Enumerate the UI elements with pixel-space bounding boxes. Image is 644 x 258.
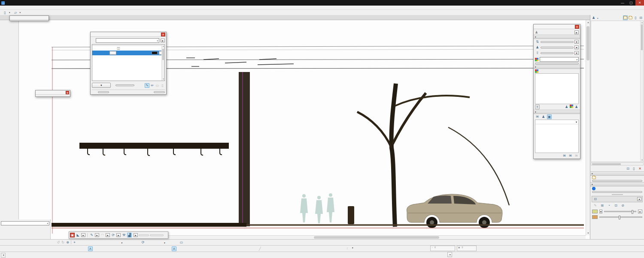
my-workspace-button[interactable] [535,63,579,64]
properties-header[interactable]: ▾ [590,171,644,176]
drawing-scale[interactable] [194,240,196,245]
marquee-pick-icon[interactable]: ▭ [155,83,160,88]
when-column[interactable]: ▾ [576,120,577,123]
zoom-undo-icon[interactable]: ↺ [56,240,61,245]
reference-more[interactable]: ▸ [638,210,642,213]
send-receive-button[interactable] [541,41,574,43]
pen-operator-select[interactable]: = ▾ [109,51,116,55]
trace-off-icon[interactable]: ⊘ [620,203,625,208]
area-di-lavoro-header[interactable]: ▾ [534,35,580,39]
criteria-set-more-button[interactable]: ▸ [161,39,165,42]
release-all-button[interactable] [541,52,574,54]
reserve-nav-button[interactable] [592,191,642,193]
marquee-pick-alt-icon[interactable]: ▯ [160,83,165,88]
maximize-button[interactable]: ▢ [627,0,635,6]
rotation-angle[interactable]: ▸ [163,240,167,245]
active-opacity-slider[interactable] [599,216,642,218]
select-plus-button[interactable] [154,91,165,93]
graph-method-icon[interactable]: ▟ [127,233,132,237]
deselect-button[interactable] [98,91,109,93]
trace-reference-bar[interactable]: ⊡ ▾ [592,196,643,202]
reserve-button[interactable] [541,47,574,48]
user-request-icon[interactable]: ♟ [564,105,569,109]
arc-dd[interactable]: ▸ [106,233,110,237]
users-list[interactable] [535,73,579,104]
hammer-icon[interactable]: ⚒ [122,233,126,237]
new-button[interactable]: ▯▾ [1,10,12,15]
release-dd[interactable]: ▾ [574,51,579,55]
mail-icon[interactable]: ✉ [535,114,540,119]
user-colors-icon[interactable] [570,105,573,109]
scale-icon[interactable]: ▭ [179,240,184,245]
reference-color-dd[interactable]: ▾ [599,210,602,213]
view-map-icon[interactable] [628,15,633,20]
new-message-icon[interactable]: ✉ [562,153,567,158]
va-combo[interactable]: ▾ [1,253,6,258]
pick-settings-alt-icon[interactable]: ✏ [150,83,155,88]
cancel-button[interactable] [150,234,164,236]
reference-color-swatch[interactable] [592,210,598,213]
open-message-icon[interactable]: ✉ [568,153,573,158]
close-button[interactable]: ✕ [635,0,644,6]
preview-mode-icon[interactable]: ◣ [76,233,80,237]
rotate-dd[interactable]: ▸ [116,233,121,237]
meta-dd[interactable]: ▸ [134,233,138,237]
draw-dd[interactable]: ▸ [95,233,99,237]
zoom-redo-icon[interactable]: ↻ [61,240,65,245]
navigator-tree[interactable]: ▴▾ [591,21,644,162]
renovation-filter-select[interactable]: ▾ [1,221,49,225]
pending-requests-icon[interactable]: ♟ [541,114,546,119]
active-color-swatch[interactable] [592,215,598,219]
send-receive-dd[interactable]: ▾ [574,40,579,44]
criteria-row-pen[interactable]: = ▾ ▸ [92,51,164,55]
utenti-header[interactable]: ▾ [534,65,580,69]
chat-icon[interactable]: ▣ [547,114,552,119]
save-view-icon[interactable]: ⊡ [626,166,630,171]
arc-method-icon[interactable]: ◠ [100,233,105,237]
remove-criteria-button[interactable] [115,84,134,86]
add-criteria-button[interactable]: ▾ [92,83,111,88]
forward-message-icon[interactable]: ✉ [574,153,579,158]
zoom-icon[interactable]: ⌖ [72,240,77,245]
criteria-list[interactable]: ◫ = ▾ ▸ ▴▾ [92,44,165,81]
draw-method-icon[interactable]: ✎ [89,233,94,237]
cancel-edit-icon[interactable]: ▣ [70,233,75,237]
pick-settings-icon[interactable]: ✎ [145,83,149,88]
horizontal-scrollbar[interactable] [167,235,586,239]
messages-list[interactable]: ▾ [535,120,579,153]
layout-book-icon[interactable]: ▯ [633,15,638,20]
criteria-set-select[interactable]: ▾ [96,38,159,43]
selection-layer-box[interactable]: ◔0 [430,246,455,251]
settings-button[interactable] [592,180,642,182]
zoom-level[interactable]: ▸ [120,240,124,245]
project-chooser-icon[interactable]: ♟ [591,15,596,20]
palette-splitter[interactable] [590,193,644,195]
pen-color-swatch[interactable] [152,51,158,54]
teamwork-status-header[interactable]: ▾ [590,182,644,186]
trace-copy-icon[interactable]: ⊡ [614,203,618,208]
colored-workspaces-select[interactable]: ▾ [540,57,579,62]
project-map-icon[interactable] [623,15,628,20]
toolbars-menu[interactable]: ▾ [351,246,353,249]
delete-item-icon[interactable]: ✕ [638,166,642,171]
status-more-button[interactable]: ▸ [574,30,579,34]
criteria-row-element-type[interactable]: ◫ [92,46,164,51]
ok-button[interactable] [139,234,149,236]
messaggi-header[interactable]: ▾ [534,110,580,114]
send-receive-bottom-button[interactable]: ▾ [447,252,452,257]
teamwork-close-icon[interactable]: ✕ [575,25,579,29]
vertical-scrollbar[interactable]: ▲▼ [586,20,590,235]
rotate-method-icon[interactable]: ⟳ [111,233,115,237]
trace-add-icon[interactable]: ⊞ [600,203,605,208]
find-select-close-icon[interactable]: ✕ [161,33,165,36]
all-layers-box[interactable]: ◉0 [457,246,477,251]
reserve-dd[interactable]: ▾ [574,45,579,49]
user-search-icon[interactable]: ⌖ [535,105,540,109]
tree-hscrollbar[interactable] [591,162,644,165]
new-item-icon[interactable]: ▯ [632,166,636,171]
trace-pick-icon[interactable]: ✎ [593,203,598,208]
trace-cloud-icon[interactable]: ◔ [607,203,611,208]
publisher-icon[interactable]: ⊟ [638,15,643,20]
ops-close-icon[interactable]: ✕ [66,91,69,94]
trace-dd[interactable]: ▾ [637,197,641,201]
